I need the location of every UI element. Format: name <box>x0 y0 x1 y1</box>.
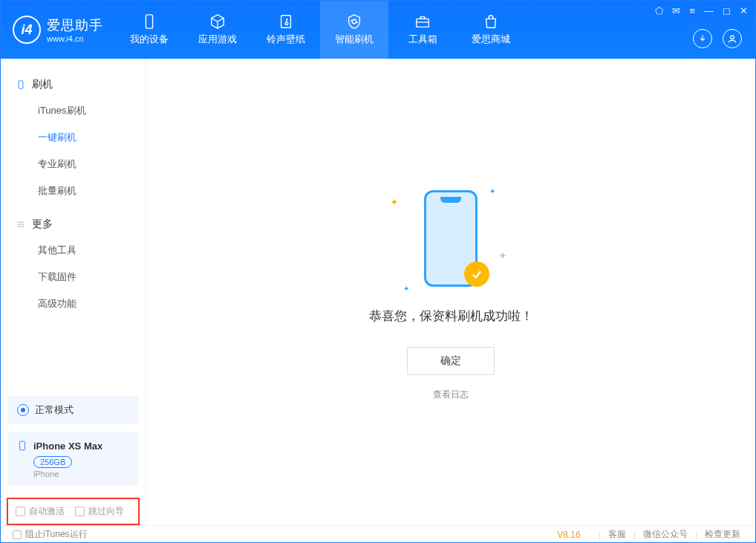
music-file-icon <box>278 13 294 30</box>
app-url: www.i4.cn <box>47 34 103 43</box>
sidebar-head-label: 更多 <box>32 218 53 231</box>
nav-label: 应用游戏 <box>198 33 237 46</box>
phone-icon <box>17 439 27 452</box>
flash-options-highlight: 自动激活 跳过向导 <box>7 498 140 525</box>
logo[interactable]: i4 爱思助手 www.i4.cn <box>1 16 115 44</box>
content: 刷机 iTunes刷机 一键刷机 专业刷机 批量刷机 更多 其他工具 下载固件 … <box>1 59 755 525</box>
svg-rect-5 <box>20 441 25 450</box>
separator: | <box>695 530 697 540</box>
skin-icon[interactable]: ⬠ <box>655 5 663 16</box>
nav-label: 铃声壁纸 <box>267 33 305 46</box>
device-capacity: 256GB <box>33 456 72 468</box>
checkbox-auto-activate[interactable]: 自动激活 <box>16 505 65 518</box>
nav-label: 爱思商城 <box>472 33 510 46</box>
app-name: 爱思助手 <box>47 16 103 34</box>
account-button[interactable] <box>723 29 742 48</box>
sidebar-item-oneclick-flash[interactable]: 一键刷机 <box>1 124 146 151</box>
view-log-link[interactable]: 查看日志 <box>433 388 469 401</box>
checkbox-block-itunes[interactable]: 阻止iTunes运行 <box>13 528 88 541</box>
sparkle-icon: ✦ <box>498 250 507 261</box>
checkbox-icon <box>13 530 22 539</box>
checkbox-label: 跳过向导 <box>88 505 124 518</box>
menu-icon[interactable]: ≡ <box>689 5 695 16</box>
device-mode-status[interactable]: 正常模式 <box>8 396 138 424</box>
logo-text: 爱思助手 www.i4.cn <box>47 16 103 43</box>
sidebar-item-batch-flash[interactable]: 批量刷机 <box>1 178 146 204</box>
nav-store[interactable]: 爱思商城 <box>457 1 525 59</box>
svg-point-3 <box>731 36 734 39</box>
statusbar: 阻止iTunes运行 V8.16 | 客服 | 微信公众号 | 检查更新 <box>1 525 755 543</box>
separator: | <box>599 530 601 540</box>
device-card[interactable]: iPhone XS Max 256GB iPhone <box>8 432 138 486</box>
sidebar-item-download-firmware[interactable]: 下载固件 <box>1 264 146 290</box>
checkbox-icon <box>75 507 85 516</box>
nav-toolbox[interactable]: 工具箱 <box>388 1 457 59</box>
svg-rect-0 <box>146 15 152 28</box>
sidebar-head-label: 刷机 <box>32 78 53 91</box>
nav-label: 工具箱 <box>408 33 437 46</box>
success-message: 恭喜您，保资料刷机成功啦！ <box>369 308 533 325</box>
minimize-icon[interactable]: — <box>704 5 714 16</box>
device-name: iPhone XS Max <box>33 440 102 452</box>
cube-icon <box>209 13 226 30</box>
footer-link-support[interactable]: 客服 <box>608 528 626 541</box>
sparkle-icon: ✦ <box>489 187 495 195</box>
status-label: 正常模式 <box>35 403 74 417</box>
device-icon <box>16 79 26 90</box>
window-controls: ⬠ ✉ ≡ — ◻ ✕ <box>655 5 748 16</box>
checkbox-label: 自动激活 <box>29 505 65 518</box>
maximize-icon[interactable]: ◻ <box>723 5 731 16</box>
sparkle-icon: ✦ <box>403 284 409 293</box>
svg-rect-4 <box>19 81 23 89</box>
sidebar-head-flash[interactable]: 刷机 <box>1 72 146 97</box>
main-panel: ✦ ✦ ✦ ✦ 恭喜您，保资料刷机成功啦！ 确定 查看日志 <box>146 59 755 525</box>
bag-icon <box>483 13 499 30</box>
success-illustration: ✦ ✦ ✦ ✦ <box>377 183 525 294</box>
checkbox-label: 阻止iTunes运行 <box>25 528 88 541</box>
svg-rect-2 <box>417 19 429 27</box>
list-icon <box>16 219 26 230</box>
sidebar-item-pro-flash[interactable]: 专业刷机 <box>1 151 146 178</box>
checkbox-skip-guide[interactable]: 跳过向导 <box>75 505 124 518</box>
close-icon[interactable]: ✕ <box>740 5 748 16</box>
status-dot-icon <box>17 404 29 416</box>
sidebar-section-more: 更多 其他工具 下载固件 高级功能 <box>1 212 146 317</box>
sidebar-head-more[interactable]: 更多 <box>1 212 146 237</box>
nav-flash[interactable]: 智能刷机 <box>320 1 388 59</box>
version-label: V8.16 <box>557 530 580 540</box>
nav-label: 智能刷机 <box>335 33 374 46</box>
confirm-button[interactable]: 确定 <box>407 347 495 375</box>
checkbox-icon <box>16 507 25 516</box>
logo-icon: i4 <box>13 16 41 44</box>
nav-my-device[interactable]: 我的设备 <box>115 1 183 59</box>
sidebar-item-other-tools[interactable]: 其他工具 <box>1 237 146 264</box>
checkmark-badge-icon <box>464 261 489 287</box>
svg-rect-1 <box>281 16 291 28</box>
sidebar: 刷机 iTunes刷机 一键刷机 专业刷机 批量刷机 更多 其他工具 下载固件 … <box>1 59 146 525</box>
sidebar-item-advanced[interactable]: 高级功能 <box>1 290 146 317</box>
footer-link-wechat[interactable]: 微信公众号 <box>643 528 688 541</box>
download-button[interactable] <box>693 29 712 48</box>
briefcase-icon <box>414 13 431 30</box>
nav-ringtone[interactable]: 铃声壁纸 <box>252 1 320 59</box>
separator: | <box>633 530 636 540</box>
sidebar-section-flash: 刷机 iTunes刷机 一键刷机 专业刷机 批量刷机 <box>1 72 146 204</box>
main-nav: 我的设备 应用游戏 铃声壁纸 智能刷机 工具箱 爱思商城 <box>115 1 525 59</box>
sidebar-item-itunes-flash[interactable]: iTunes刷机 <box>1 97 146 124</box>
phone-icon <box>141 13 157 30</box>
device-type: iPhone <box>33 469 129 478</box>
feedback-icon[interactable]: ✉ <box>672 5 680 16</box>
sparkle-icon: ✦ <box>390 196 399 208</box>
nav-apps[interactable]: 应用游戏 <box>183 1 252 59</box>
titlebar: i4 爱思助手 www.i4.cn 我的设备 应用游戏 铃声壁纸 智能刷机 工具… <box>1 1 755 59</box>
header-actions <box>693 29 742 48</box>
shield-refresh-icon <box>346 13 362 30</box>
nav-label: 我的设备 <box>130 33 169 46</box>
footer-link-update[interactable]: 检查更新 <box>705 528 740 541</box>
